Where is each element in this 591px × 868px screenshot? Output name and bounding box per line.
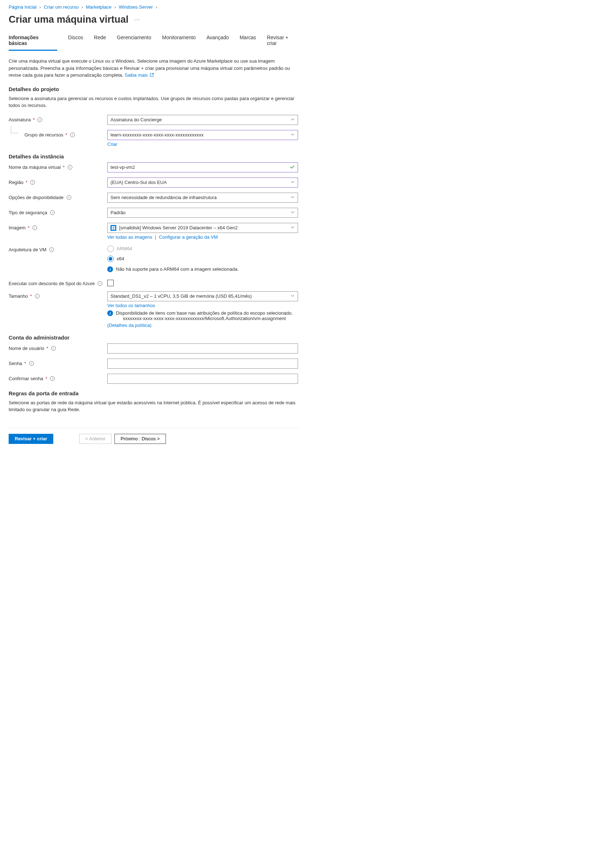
tab-network[interactable]: Rede [94,32,106,51]
security-type-select[interactable]: Padrão [107,208,298,218]
section-ports-heading: Regras da porta de entrada [9,390,299,396]
policy-details-link[interactable]: (Detalhes da política) [107,323,152,328]
page-title: Criar uma máquina virtual [9,14,128,25]
configure-generation-link[interactable]: Configurar a geração da VM [159,235,218,240]
tabs: Informações básicas Discos Rede Gerencia… [9,32,299,51]
chevron-down-icon [290,195,295,200]
tab-tags[interactable]: Marcas [240,32,256,51]
info-icon[interactable]: i [66,195,71,200]
svg-rect-2 [112,228,113,230]
breadcrumb-home[interactable]: Página Inicial [9,4,36,10]
tab-disks[interactable]: Discos [68,32,83,51]
tab-monitoring[interactable]: Monitoramento [162,32,195,51]
info-icon[interactable]: i [68,165,72,170]
learn-more-link[interactable]: Saiba mais [125,72,154,78]
intro-text: Crie uma máquina virtual que execute o L… [9,58,299,79]
info-icon: i [107,310,113,316]
chevron-down-icon [290,210,295,215]
architecture-label: Arquitetura de VM i [9,245,107,252]
info-icon[interactable]: i [50,376,55,381]
tab-management[interactable]: Gerenciamento [117,32,152,51]
info-icon[interactable]: i [50,210,55,215]
chevron-right-icon: › [156,4,157,10]
see-all-images-link[interactable]: Ver todas as imagens [107,235,152,240]
resource-group-label: Grupo de recursos* i [9,130,107,137]
info-icon[interactable]: i [30,180,35,185]
more-menu-icon[interactable]: ··· [134,16,140,23]
external-link-icon [150,72,154,76]
info-icon[interactable]: i [32,225,37,230]
vm-name-input[interactable]: test-vp-vm2 [107,162,298,173]
confirm-password-label: Confirmar senha* i [9,374,107,381]
breadcrumb-create-resource[interactable]: Criar um recurso [44,4,79,10]
footer-actions: Revisar + criar < Anterior Próximo : Dis… [9,428,299,451]
password-label: Senha* i [9,359,107,366]
info-icon[interactable]: i [37,117,42,122]
breadcrumb-windows-server[interactable]: Windows Server [119,4,153,10]
chevron-down-icon [290,294,295,299]
windows-icon [111,225,116,231]
section-admin-heading: Conta do administrador [9,334,299,341]
check-icon [290,164,295,170]
subscription-label: Assinatura* i [9,115,107,123]
chevron-right-icon: › [81,4,83,10]
chevron-right-icon: › [39,4,41,10]
info-icon[interactable]: i [51,346,56,351]
region-label: Região* i [9,177,107,185]
info-icon[interactable]: i [49,247,54,252]
breadcrumb-marketplace[interactable]: Marketplace [86,4,112,10]
info-icon: i [107,266,113,272]
arch-arm64-radio: ARM64 [107,245,298,252]
availability-select[interactable]: Sem necessidade de redundância de infrae… [107,193,298,203]
size-label: Tamanho* i [9,291,107,299]
username-label: Nome de usuário* i [9,344,107,351]
previous-button: < Anterior [79,434,112,444]
section-instance-heading: Detalhes da instância [9,154,299,159]
password-input[interactable] [107,359,298,369]
chevron-down-icon [290,117,295,123]
tab-advanced[interactable]: Avançado [206,32,229,51]
image-label: Imagem* i [9,223,107,230]
arch-note: Não há suporte para o ARM64 com a imagem… [116,266,239,272]
svg-rect-0 [112,226,113,228]
next-button[interactable]: Próximo : Discos > [115,434,166,444]
see-all-sizes-link[interactable]: Ver todos os tamanhos [107,303,155,308]
chevron-down-icon [290,132,295,137]
breadcrumb: Página Inicial › Criar um recurso › Mark… [9,0,299,12]
availability-label: Opções de disponibilidade i [9,193,107,200]
chevron-right-icon: › [115,4,116,10]
chevron-down-icon [290,180,295,185]
vm-name-label: Nome da máquina virtual* i [9,162,107,170]
spot-label: Executar com desconto de Spot do Azure i [9,279,107,286]
info-icon[interactable]: i [29,361,34,366]
size-select[interactable]: Standard_DS1_v2 – 1 vCPU, 3,5 GiB de mem… [107,291,298,301]
create-new-rg-link[interactable]: Criar [107,142,117,147]
svg-rect-3 [114,228,115,230]
info-icon[interactable]: i [97,281,102,286]
review-create-button[interactable]: Revisar + criar [9,434,53,444]
section-ports-desc: Selecione as portas de rede da máquina v… [9,399,299,413]
confirm-password-input[interactable] [107,374,298,384]
arch-x64-radio[interactable]: x64 [107,255,298,262]
info-icon[interactable]: i [70,133,75,137]
region-select[interactable]: (EUA) Centro-Sul dos EUA [107,177,298,187]
image-select[interactable]: [smalldisk] Windows Server 2019 Datacent… [107,223,298,233]
info-icon[interactable]: i [35,294,40,298]
resource-group-select[interactable]: learn-xxxxxxxx-xxxx-xxxx-xxxx-xxxxxxxxxx… [107,130,298,140]
chevron-down-icon [290,225,295,230]
svg-rect-1 [114,226,115,228]
section-project-desc: Selecione a assinatura para gerenciar os… [9,95,299,109]
subscription-select[interactable]: Assinatura do Concierge [107,115,298,125]
spot-checkbox[interactable] [107,280,114,286]
tab-basics[interactable]: Informações básicas [9,32,57,51]
security-type-label: Tipo de segurança i [9,208,107,215]
size-policy-note: Disponibilidade de itens com base nas at… [116,310,293,321]
tab-review[interactable]: Revisar + criar [267,32,299,51]
section-project-heading: Detalhes do projeto [9,86,299,92]
username-input[interactable] [107,344,298,354]
